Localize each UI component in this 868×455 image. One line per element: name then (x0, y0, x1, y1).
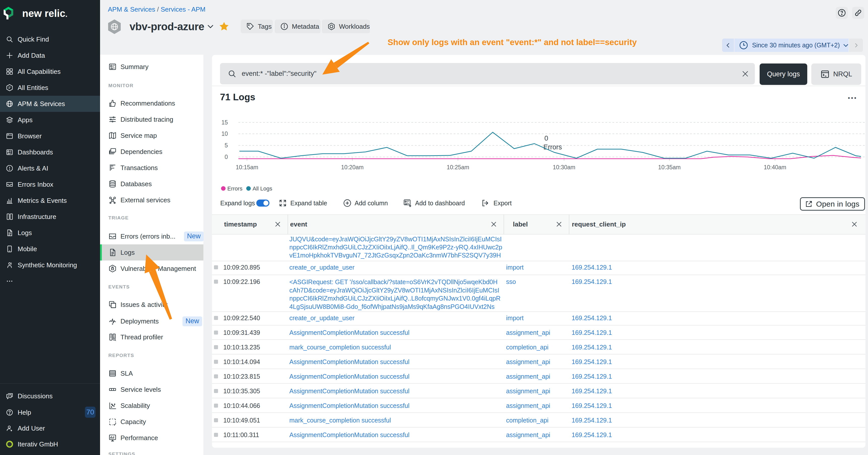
svg-text:5: 5 (224, 142, 228, 149)
svg-text:10:20am: 10:20am (341, 164, 364, 170)
svg-text:All Logs: All Logs (252, 186, 272, 192)
svg-text:15: 15 (221, 119, 228, 126)
svg-text:0: 0 (224, 154, 228, 160)
svg-text:0: 0 (545, 134, 548, 142)
svg-text:Errors: Errors (227, 186, 243, 192)
svg-text:10:25am: 10:25am (446, 164, 469, 170)
svg-text:10:40am: 10:40am (764, 164, 786, 170)
svg-text:10:30am: 10:30am (553, 164, 576, 170)
svg-text:10:15am: 10:15am (236, 164, 258, 170)
svg-text:10:35am: 10:35am (658, 164, 681, 170)
svg-text:10: 10 (221, 130, 228, 137)
svg-text:Errors: Errors (544, 143, 562, 151)
